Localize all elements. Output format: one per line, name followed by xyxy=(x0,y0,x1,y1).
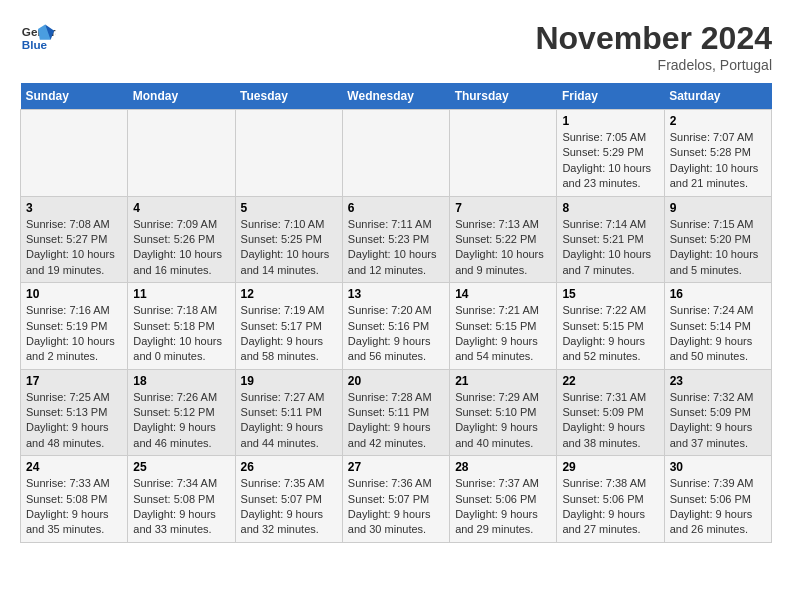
calendar-cell: 7Sunrise: 7:13 AM Sunset: 5:22 PM Daylig… xyxy=(450,196,557,283)
calendar-cell: 20Sunrise: 7:28 AM Sunset: 5:11 PM Dayli… xyxy=(342,369,449,456)
day-number: 3 xyxy=(26,201,122,215)
calendar-cell: 17Sunrise: 7:25 AM Sunset: 5:13 PM Dayli… xyxy=(21,369,128,456)
calendar-cell: 23Sunrise: 7:32 AM Sunset: 5:09 PM Dayli… xyxy=(664,369,771,456)
calendar-cell: 2Sunrise: 7:07 AM Sunset: 5:28 PM Daylig… xyxy=(664,110,771,197)
day-number: 11 xyxy=(133,287,229,301)
calendar-cell: 14Sunrise: 7:21 AM Sunset: 5:15 PM Dayli… xyxy=(450,283,557,370)
calendar-cell: 5Sunrise: 7:10 AM Sunset: 5:25 PM Daylig… xyxy=(235,196,342,283)
calendar-cell: 22Sunrise: 7:31 AM Sunset: 5:09 PM Dayli… xyxy=(557,369,664,456)
day-number: 13 xyxy=(348,287,444,301)
calendar-week-4: 17Sunrise: 7:25 AM Sunset: 5:13 PM Dayli… xyxy=(21,369,772,456)
calendar-week-5: 24Sunrise: 7:33 AM Sunset: 5:08 PM Dayli… xyxy=(21,456,772,543)
calendar-header-row: SundayMondayTuesdayWednesdayThursdayFrid… xyxy=(21,83,772,110)
day-number: 30 xyxy=(670,460,766,474)
calendar-header-sunday: Sunday xyxy=(21,83,128,110)
day-info: Sunrise: 7:39 AM Sunset: 5:06 PM Dayligh… xyxy=(670,476,766,538)
calendar-cell xyxy=(235,110,342,197)
day-number: 15 xyxy=(562,287,658,301)
day-info: Sunrise: 7:38 AM Sunset: 5:06 PM Dayligh… xyxy=(562,476,658,538)
day-number: 18 xyxy=(133,374,229,388)
calendar-table: SundayMondayTuesdayWednesdayThursdayFrid… xyxy=(20,83,772,543)
day-number: 26 xyxy=(241,460,337,474)
day-info: Sunrise: 7:33 AM Sunset: 5:08 PM Dayligh… xyxy=(26,476,122,538)
calendar-header-saturday: Saturday xyxy=(664,83,771,110)
day-info: Sunrise: 7:22 AM Sunset: 5:15 PM Dayligh… xyxy=(562,303,658,365)
calendar-cell: 15Sunrise: 7:22 AM Sunset: 5:15 PM Dayli… xyxy=(557,283,664,370)
day-info: Sunrise: 7:16 AM Sunset: 5:19 PM Dayligh… xyxy=(26,303,122,365)
calendar-cell: 30Sunrise: 7:39 AM Sunset: 5:06 PM Dayli… xyxy=(664,456,771,543)
day-number: 19 xyxy=(241,374,337,388)
calendar-header-friday: Friday xyxy=(557,83,664,110)
day-number: 22 xyxy=(562,374,658,388)
calendar-cell xyxy=(342,110,449,197)
day-info: Sunrise: 7:21 AM Sunset: 5:15 PM Dayligh… xyxy=(455,303,551,365)
calendar-header-wednesday: Wednesday xyxy=(342,83,449,110)
day-info: Sunrise: 7:32 AM Sunset: 5:09 PM Dayligh… xyxy=(670,390,766,452)
day-info: Sunrise: 7:24 AM Sunset: 5:14 PM Dayligh… xyxy=(670,303,766,365)
calendar-cell: 13Sunrise: 7:20 AM Sunset: 5:16 PM Dayli… xyxy=(342,283,449,370)
calendar-cell: 12Sunrise: 7:19 AM Sunset: 5:17 PM Dayli… xyxy=(235,283,342,370)
logo: General Blue xyxy=(20,20,56,56)
day-info: Sunrise: 7:29 AM Sunset: 5:10 PM Dayligh… xyxy=(455,390,551,452)
calendar-cell xyxy=(128,110,235,197)
day-info: Sunrise: 7:19 AM Sunset: 5:17 PM Dayligh… xyxy=(241,303,337,365)
day-info: Sunrise: 7:10 AM Sunset: 5:25 PM Dayligh… xyxy=(241,217,337,279)
day-info: Sunrise: 7:05 AM Sunset: 5:29 PM Dayligh… xyxy=(562,130,658,192)
day-info: Sunrise: 7:36 AM Sunset: 5:07 PM Dayligh… xyxy=(348,476,444,538)
day-number: 1 xyxy=(562,114,658,128)
calendar-header-monday: Monday xyxy=(128,83,235,110)
day-number: 28 xyxy=(455,460,551,474)
day-number: 12 xyxy=(241,287,337,301)
day-number: 16 xyxy=(670,287,766,301)
calendar-week-3: 10Sunrise: 7:16 AM Sunset: 5:19 PM Dayli… xyxy=(21,283,772,370)
day-number: 21 xyxy=(455,374,551,388)
calendar-cell xyxy=(21,110,128,197)
day-number: 10 xyxy=(26,287,122,301)
calendar-cell: 6Sunrise: 7:11 AM Sunset: 5:23 PM Daylig… xyxy=(342,196,449,283)
day-info: Sunrise: 7:28 AM Sunset: 5:11 PM Dayligh… xyxy=(348,390,444,452)
calendar-week-1: 1Sunrise: 7:05 AM Sunset: 5:29 PM Daylig… xyxy=(21,110,772,197)
location: Fradelos, Portugal xyxy=(535,57,772,73)
day-number: 2 xyxy=(670,114,766,128)
day-number: 25 xyxy=(133,460,229,474)
calendar-week-2: 3Sunrise: 7:08 AM Sunset: 5:27 PM Daylig… xyxy=(21,196,772,283)
day-info: Sunrise: 7:27 AM Sunset: 5:11 PM Dayligh… xyxy=(241,390,337,452)
day-number: 23 xyxy=(670,374,766,388)
day-info: Sunrise: 7:15 AM Sunset: 5:20 PM Dayligh… xyxy=(670,217,766,279)
calendar-cell: 8Sunrise: 7:14 AM Sunset: 5:21 PM Daylig… xyxy=(557,196,664,283)
day-number: 6 xyxy=(348,201,444,215)
calendar-cell: 28Sunrise: 7:37 AM Sunset: 5:06 PM Dayli… xyxy=(450,456,557,543)
calendar-cell: 3Sunrise: 7:08 AM Sunset: 5:27 PM Daylig… xyxy=(21,196,128,283)
calendar-cell: 16Sunrise: 7:24 AM Sunset: 5:14 PM Dayli… xyxy=(664,283,771,370)
day-info: Sunrise: 7:35 AM Sunset: 5:07 PM Dayligh… xyxy=(241,476,337,538)
page-header: General Blue November 2024 Fradelos, Por… xyxy=(20,20,772,73)
day-info: Sunrise: 7:31 AM Sunset: 5:09 PM Dayligh… xyxy=(562,390,658,452)
day-info: Sunrise: 7:07 AM Sunset: 5:28 PM Dayligh… xyxy=(670,130,766,192)
calendar-header-tuesday: Tuesday xyxy=(235,83,342,110)
day-number: 14 xyxy=(455,287,551,301)
calendar-cell: 19Sunrise: 7:27 AM Sunset: 5:11 PM Dayli… xyxy=(235,369,342,456)
day-number: 17 xyxy=(26,374,122,388)
day-info: Sunrise: 7:08 AM Sunset: 5:27 PM Dayligh… xyxy=(26,217,122,279)
calendar-cell: 21Sunrise: 7:29 AM Sunset: 5:10 PM Dayli… xyxy=(450,369,557,456)
calendar-cell: 26Sunrise: 7:35 AM Sunset: 5:07 PM Dayli… xyxy=(235,456,342,543)
calendar-cell xyxy=(450,110,557,197)
month-title: November 2024 xyxy=(535,20,772,57)
calendar-cell: 4Sunrise: 7:09 AM Sunset: 5:26 PM Daylig… xyxy=(128,196,235,283)
day-info: Sunrise: 7:34 AM Sunset: 5:08 PM Dayligh… xyxy=(133,476,229,538)
day-info: Sunrise: 7:25 AM Sunset: 5:13 PM Dayligh… xyxy=(26,390,122,452)
day-info: Sunrise: 7:26 AM Sunset: 5:12 PM Dayligh… xyxy=(133,390,229,452)
calendar-cell: 25Sunrise: 7:34 AM Sunset: 5:08 PM Dayli… xyxy=(128,456,235,543)
day-number: 29 xyxy=(562,460,658,474)
day-info: Sunrise: 7:09 AM Sunset: 5:26 PM Dayligh… xyxy=(133,217,229,279)
day-number: 27 xyxy=(348,460,444,474)
day-number: 4 xyxy=(133,201,229,215)
title-block: November 2024 Fradelos, Portugal xyxy=(535,20,772,73)
calendar-cell: 29Sunrise: 7:38 AM Sunset: 5:06 PM Dayli… xyxy=(557,456,664,543)
day-number: 7 xyxy=(455,201,551,215)
day-number: 20 xyxy=(348,374,444,388)
logo-icon: General Blue xyxy=(20,20,56,56)
day-info: Sunrise: 7:14 AM Sunset: 5:21 PM Dayligh… xyxy=(562,217,658,279)
day-number: 5 xyxy=(241,201,337,215)
calendar-header-thursday: Thursday xyxy=(450,83,557,110)
